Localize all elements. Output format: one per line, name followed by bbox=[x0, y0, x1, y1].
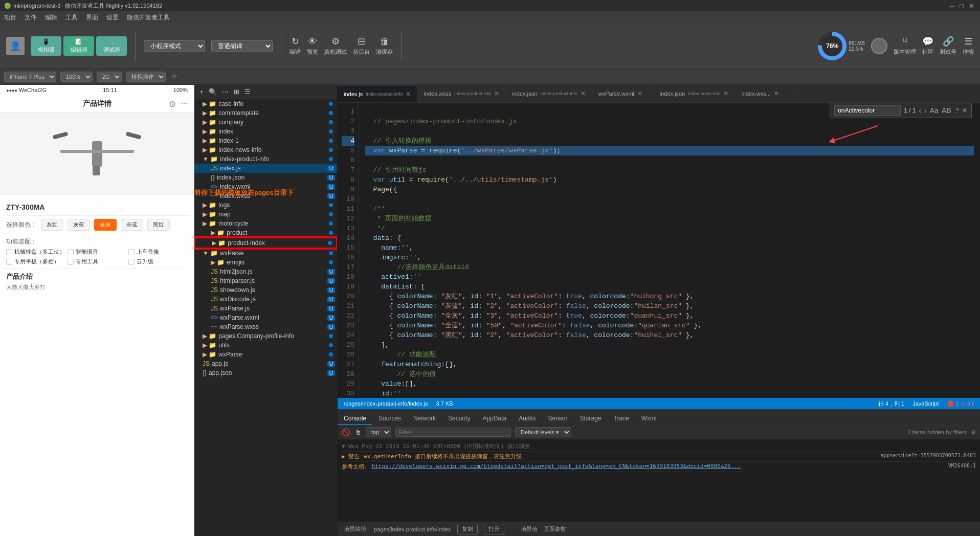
search-tree-btn[interactable]: 🔍 bbox=[208, 87, 218, 97]
color-btn-huihong[interactable]: 灰红 bbox=[41, 219, 63, 231]
tree-emojis[interactable]: ▶ 📁 emojis bbox=[194, 258, 337, 267]
devtools-tab-audits[interactable]: Audits bbox=[513, 413, 542, 425]
tree-pages-company[interactable]: ▶ 📁 pages.Company-profile-info bbox=[194, 331, 337, 341]
devtools-tab-trace[interactable]: Trace bbox=[608, 413, 635, 425]
menu-tools[interactable]: 工具 bbox=[65, 13, 78, 22]
menu-interface[interactable]: 界面 bbox=[86, 13, 98, 22]
collapse-all-btn[interactable]: ⋯ bbox=[221, 87, 230, 97]
compile-btn[interactable]: ↻ 编译 bbox=[289, 36, 301, 56]
tab-close-btn[interactable]: ✕ bbox=[406, 91, 411, 98]
tree-app-json[interactable]: {} app.json U bbox=[194, 368, 337, 377]
tree-map[interactable]: ▶ 📁 map bbox=[194, 210, 337, 219]
rotate-icon[interactable]: ⟳ bbox=[172, 73, 177, 80]
tree-company[interactable]: ▶ 📁 company bbox=[194, 118, 337, 127]
editor-btn[interactable]: 📝 编辑器 bbox=[63, 36, 94, 56]
network-select[interactable]: 2G bbox=[97, 72, 122, 82]
tree-product[interactable]: ▶ 📁 product bbox=[194, 228, 337, 237]
tree-index-news-info[interactable]: ▶ 📁 index-news-info bbox=[194, 145, 337, 154]
tree-wxparse-wxss[interactable]: ~~ wxParse.wxss U bbox=[194, 322, 337, 331]
debugger-btn[interactable]: 🔧 调试器 bbox=[96, 36, 127, 56]
code-content[interactable]: // pages/index-product-info/index.js // … bbox=[359, 103, 980, 398]
real-debug-btn[interactable]: ⚙ 真机调试 bbox=[324, 36, 347, 56]
clear-cache-btn[interactable]: 🗑 清缓存 bbox=[376, 36, 393, 56]
tree-wxparse-root[interactable]: ▼ 📁 wxParse bbox=[194, 249, 337, 258]
tree-wxparse-wxml[interactable]: <> wxParse.wxml U bbox=[194, 313, 337, 322]
add-file-btn[interactable]: + bbox=[198, 87, 205, 97]
menu-wechat-devtools[interactable]: 微信开发者工具 bbox=[127, 13, 170, 22]
phone-nav-more-icon[interactable]: ··· bbox=[181, 99, 188, 108]
tree-motorcycle[interactable]: ▶ 📁 motorcycle bbox=[194, 219, 337, 228]
color-btn-huilan[interactable]: 灰蓝 bbox=[68, 219, 90, 231]
tree-app-js[interactable]: JS app.js U bbox=[194, 359, 337, 368]
console-inspect-btn[interactable]: 🖱 bbox=[354, 428, 362, 436]
tree-index-product-info[interactable]: ▼ 📁 index-product-info bbox=[194, 154, 337, 164]
tab-index-wxs[interactable]: index.wxs... ✕ bbox=[735, 85, 796, 102]
tab-index-json[interactable]: index.json index-product-info ✕ bbox=[506, 85, 592, 102]
feature-check-2[interactable] bbox=[128, 249, 135, 255]
devtools-tab-sources[interactable]: Sources bbox=[372, 413, 407, 425]
community-btn[interactable]: 💬 社区 bbox=[922, 36, 933, 56]
refresh-tree-btn[interactable]: ⊞ bbox=[233, 87, 240, 97]
devtools-tab-sensor[interactable]: Sensor bbox=[542, 413, 574, 425]
tree-index-json[interactable]: {} index.json U bbox=[194, 173, 337, 182]
color-btn-heihong[interactable]: 黑红 bbox=[147, 219, 170, 231]
devtools-tab-security[interactable]: Security bbox=[442, 413, 476, 425]
maximize-btn[interactable]: □ bbox=[958, 2, 965, 10]
tab-index-json-news[interactable]: index.json index-news-info ✕ bbox=[654, 85, 736, 102]
background-btn[interactable]: ⊟ 切后台 bbox=[353, 36, 370, 56]
tab-close-btn[interactable]: ✕ bbox=[723, 90, 728, 97]
operation-select[interactable]: 模拟操作 bbox=[126, 72, 166, 82]
search-next-btn[interactable]: › bbox=[924, 106, 927, 115]
feature-check-0[interactable] bbox=[6, 249, 12, 255]
tree-commtemplate[interactable]: ▶ 📁 commtemplate bbox=[194, 108, 337, 118]
color-btn-quanlan[interactable]: 全蓝 bbox=[121, 219, 143, 231]
search-prev-btn[interactable]: ‹ bbox=[919, 106, 922, 115]
preview-btn[interactable]: 👁 预览 bbox=[307, 36, 318, 56]
simulator-btn[interactable]: 📱 模拟器 bbox=[31, 36, 61, 56]
tree-utils[interactable]: ▶ 📁 utils bbox=[194, 341, 337, 350]
search-close-btn[interactable]: ✕ bbox=[962, 107, 967, 114]
tree-index-wxss[interactable]: ~~ index.wxss U bbox=[194, 191, 337, 200]
level-select[interactable]: Default levels ▾ bbox=[515, 427, 571, 437]
feature-check-4[interactable] bbox=[68, 259, 74, 265]
feature-check-5[interactable] bbox=[128, 259, 135, 265]
tree-htmlparser[interactable]: JS htmlparser.js U bbox=[194, 276, 337, 285]
menu-settings[interactable]: 设置 bbox=[106, 13, 119, 22]
devtools-tab-wxml[interactable]: Wxml bbox=[635, 413, 663, 425]
color-btn-quanhui[interactable]: 全灰 bbox=[94, 219, 117, 231]
tree-wxdiscode[interactable]: JS wxDiscode.js U bbox=[194, 295, 337, 304]
search-word-btn[interactable]: AB bbox=[942, 106, 951, 115]
copy-path-btn[interactable]: 复制 bbox=[457, 524, 478, 534]
tree-product-index[interactable]: ▶ 📁 product-index bbox=[194, 237, 337, 249]
devtools-tab-storage[interactable]: Storage bbox=[574, 413, 608, 425]
tab-close-btn[interactable]: ✕ bbox=[774, 90, 779, 97]
phone-nav-record-icon[interactable]: ⊙ bbox=[169, 99, 175, 109]
search-regex-btn[interactable]: .* bbox=[954, 106, 959, 115]
menu-edit[interactable]: 编辑 bbox=[45, 13, 57, 22]
tree-case-info[interactable]: ▶ 📁 case-info bbox=[194, 99, 337, 108]
tab-close-btn[interactable]: ✕ bbox=[581, 90, 586, 97]
tab-close-btn[interactable]: ✕ bbox=[494, 90, 499, 97]
tab-close-btn[interactable]: ✕ bbox=[637, 90, 642, 97]
more-tree-btn[interactable]: ☰ bbox=[243, 87, 252, 97]
tree-index[interactable]: ▶ 📁 index bbox=[194, 127, 337, 136]
search-match-case-btn[interactable]: Aa bbox=[930, 106, 939, 115]
open-path-btn[interactable]: 打开 bbox=[484, 524, 504, 534]
tab-index-js[interactable]: index.js index-product-info ✕ bbox=[338, 85, 417, 102]
tree-wxparse-root2[interactable]: ▶ 📁 wxParse bbox=[194, 350, 337, 359]
editor-search-input[interactable] bbox=[834, 105, 901, 116]
devtools-tab-appdata[interactable]: AppData bbox=[476, 413, 513, 425]
filter-input[interactable] bbox=[395, 428, 511, 437]
console-source-link[interactable]: appservice?t=1557903700573:8483 bbox=[880, 453, 976, 460]
compile-select[interactable]: 普通编译 bbox=[211, 40, 273, 52]
tab-index-wxss[interactable]: index.wxss index-product-info ✕ bbox=[417, 85, 506, 102]
settings-icon[interactable]: ⚙ bbox=[971, 429, 976, 436]
console-vm-link[interactable]: VM26408:1 bbox=[948, 463, 976, 471]
feature-check-1[interactable] bbox=[68, 249, 74, 255]
feature-check-3[interactable] bbox=[6, 259, 12, 265]
tree-showdown[interactable]: JS showdown.js U bbox=[194, 285, 337, 295]
tree-logs[interactable]: ▶ 📁 logs bbox=[194, 200, 337, 210]
details-btn[interactable]: ☰ 详情 bbox=[963, 36, 974, 56]
test-id-btn[interactable]: 🔗 测试号 bbox=[940, 36, 956, 56]
mode-select[interactable]: 小程序模式 bbox=[144, 40, 205, 52]
